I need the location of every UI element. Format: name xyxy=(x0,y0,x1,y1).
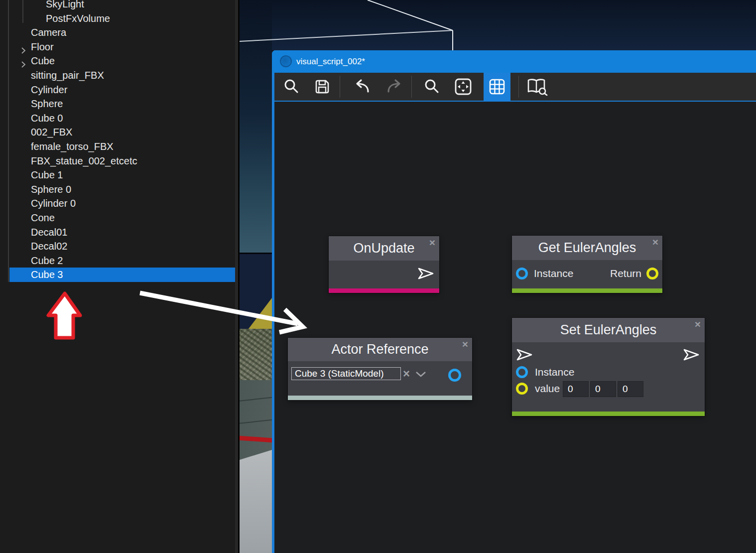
tree-item-label: Sphere 0 xyxy=(31,182,71,197)
tree-item-cylinder-0[interactable]: Cylinder 0 xyxy=(0,196,235,211)
tree-item-camera[interactable]: Camera xyxy=(0,25,235,40)
exec-input-port[interactable] xyxy=(516,348,533,361)
tree-item-cube-2[interactable]: Cube 2 xyxy=(0,254,235,268)
tree-item-fbx-statue-002-etcetc[interactable]: FBX_statue_002_etcetc xyxy=(0,154,235,168)
port-label: Return xyxy=(610,268,641,279)
node-accent-bar xyxy=(288,396,472,400)
flax-logo-icon xyxy=(280,55,292,67)
tree-item-floor[interactable]: Floor xyxy=(0,40,235,54)
tree-item-label: PostFxVolume xyxy=(46,11,110,26)
tree-item-sphere-0[interactable]: Sphere 0 xyxy=(0,182,235,197)
toolbar-search-button[interactable] xyxy=(277,73,305,101)
tree-item-cone[interactable]: Cone xyxy=(0,211,235,225)
node-title[interactable]: Actor Reference xyxy=(288,338,472,361)
script-graph-canvas[interactable]: OnUpdate × Get EulerAngles × Instance Re… xyxy=(274,102,756,553)
value-x-input[interactable] xyxy=(563,381,589,397)
tree-item-sitting-pair-fbx[interactable]: sitting_pair_FBX xyxy=(0,68,235,83)
port-label: Instance xyxy=(535,366,574,378)
node-on-update[interactable]: OnUpdate × xyxy=(329,236,439,293)
toolbar xyxy=(274,73,756,101)
value-z-input[interactable] xyxy=(618,381,643,397)
node-accent-bar xyxy=(329,288,439,293)
instance-input-port[interactable] xyxy=(516,366,528,378)
tree-item-label: FBX_statue_002_etcetc xyxy=(31,154,137,168)
tree-item-label: sitting_pair_FBX xyxy=(31,68,104,83)
toolbar-undo-button[interactable] xyxy=(348,73,376,101)
tree-item-label: Decal01 xyxy=(31,225,67,240)
undo-icon xyxy=(353,78,371,95)
tree-item-cube-1[interactable]: Cube 1 xyxy=(0,168,235,182)
search-icon xyxy=(283,78,300,95)
toolbar-zoom-search-button[interactable] xyxy=(418,73,446,101)
toolbar-save-button[interactable] xyxy=(308,73,336,101)
tree-item-label: Cube 1 xyxy=(31,168,63,182)
tree-item-sphere[interactable]: Sphere xyxy=(0,97,235,111)
node-title[interactable]: Set EulerAngles xyxy=(512,318,705,342)
tree-item-female-torso-fbx[interactable]: female_torso_FBX xyxy=(0,139,235,154)
instance-input-port[interactable] xyxy=(516,268,528,279)
node-actor-reference[interactable]: Actor Reference × Cube 3 (StaticModel) × xyxy=(288,338,472,400)
save-icon xyxy=(314,78,331,95)
viewport-strip xyxy=(240,0,272,553)
toolbar-separator xyxy=(518,76,519,98)
viewport-sky xyxy=(240,0,272,253)
node-set-euler-angles[interactable]: Set EulerAngles × Instance value xyxy=(512,318,705,416)
exec-output-port[interactable] xyxy=(417,267,434,280)
tree-item-label: Camera xyxy=(31,25,66,40)
fit-view-icon xyxy=(454,78,472,96)
tree-item-cube-0[interactable]: Cube 0 xyxy=(0,111,235,126)
toolbar-docs-button[interactable] xyxy=(523,73,551,101)
close-icon[interactable]: × xyxy=(652,237,658,247)
return-output-port[interactable] xyxy=(646,268,658,279)
tree-item-cube[interactable]: Cube xyxy=(0,54,235,68)
node-title[interactable]: Get EulerAngles xyxy=(512,236,662,260)
tree-item-skylight[interactable]: SkyLight xyxy=(0,0,235,11)
tree-item-label: Cylinder xyxy=(31,83,67,97)
tree-item-label: Cube 0 xyxy=(31,111,63,126)
viewport-concrete-floor xyxy=(240,329,272,380)
tree-item-cube-3[interactable]: Cube 3 xyxy=(9,268,235,282)
clear-icon[interactable]: × xyxy=(403,367,410,381)
toolbar-redo-button[interactable] xyxy=(380,73,408,101)
exec-output-port[interactable] xyxy=(683,348,700,361)
zoom-search-icon xyxy=(423,78,440,95)
node-accent-bar xyxy=(512,412,705,416)
node-accent-bar xyxy=(512,288,662,293)
toolbar-fit-view-button[interactable] xyxy=(449,73,477,101)
close-icon[interactable]: × xyxy=(429,237,435,248)
tree-item-postfxvolume[interactable]: PostFxVolume xyxy=(0,11,235,26)
toolbar-separator xyxy=(411,76,412,98)
tree-item-label: SkyLight xyxy=(46,0,84,11)
tree-item-002-fbx[interactable]: 002_FBX xyxy=(0,125,235,139)
tree-item-label: female_torso_FBX xyxy=(31,139,114,154)
tree-item-label: Cone xyxy=(31,211,55,225)
window-title: visual_script_002* xyxy=(296,50,365,73)
docs-search-icon xyxy=(526,78,548,96)
close-icon[interactable]: × xyxy=(695,319,701,329)
tree-item-decal02[interactable]: Decal02 xyxy=(0,239,235,254)
node-title[interactable]: OnUpdate xyxy=(329,236,439,261)
chevron-down-icon[interactable] xyxy=(415,371,427,378)
grid-view-icon xyxy=(488,78,506,96)
tree-item-decal01[interactable]: Decal01 xyxy=(0,225,235,240)
toolbar-grid-view-button[interactable] xyxy=(484,73,510,101)
visual-script-window: visual_script_002* xyxy=(272,50,756,553)
scene-hierarchy-panel: SkyLightPostFxVolumeCameraFloorCubesitti… xyxy=(0,0,238,553)
tree-item-label: Floor xyxy=(31,40,54,54)
actor-picker-field[interactable]: Cube 3 (StaticModel) xyxy=(291,367,401,380)
tree-item-label: Sphere xyxy=(31,97,63,111)
port-label: Instance xyxy=(534,268,573,279)
node-get-euler-angles[interactable]: Get EulerAngles × Instance Return xyxy=(512,236,662,293)
tree-item-cylinder[interactable]: Cylinder xyxy=(0,83,235,97)
value-y-input[interactable] xyxy=(590,381,616,397)
actor-output-port[interactable] xyxy=(448,369,461,382)
tree-item-label: 002_FBX xyxy=(31,125,72,139)
viewport-sky-top xyxy=(272,0,756,50)
window-titlebar[interactable]: visual_script_002* xyxy=(272,50,756,73)
tree-item-label: Cube 3 xyxy=(31,268,63,282)
close-icon[interactable]: × xyxy=(462,339,468,349)
value-input-port[interactable] xyxy=(516,383,528,395)
tree-item-label: Cylinder 0 xyxy=(31,196,76,211)
viewport-light-wall xyxy=(240,447,272,553)
redo-icon xyxy=(385,78,403,95)
